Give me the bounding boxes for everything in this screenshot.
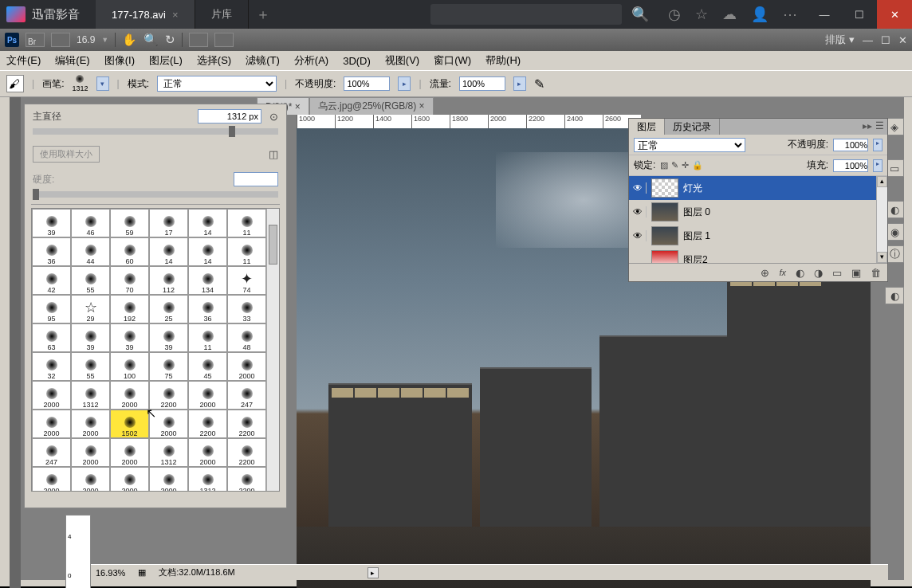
media-tab-1[interactable]: 177-178.avi × (96, 0, 195, 29)
screen-mode-button[interactable] (51, 33, 70, 47)
add-tab-button[interactable]: ＋ (249, 5, 277, 24)
brush-cell[interactable]: 134 (188, 266, 227, 295)
minimize-button[interactable]: — (807, 0, 842, 29)
brush-cell[interactable]: 25 (149, 295, 188, 323)
menu-filter[interactable]: 滤镜(T) (246, 53, 280, 68)
brush-cell[interactable]: 48 (227, 323, 266, 352)
brush-cell[interactable]: 112 (149, 266, 188, 295)
brush-cell[interactable]: 39 (71, 323, 110, 352)
hand-tool-icon[interactable]: ✋ (122, 33, 137, 47)
zoom-tool-icon[interactable]: 🔍 (143, 33, 159, 47)
brush-cell[interactable]: 2200 (227, 410, 266, 438)
brush-cell[interactable]: 14 (188, 237, 227, 266)
group-icon[interactable]: ▭ (832, 267, 842, 279)
fill-input[interactable] (833, 159, 868, 172)
fill-arrow[interactable]: ▸ (873, 159, 883, 172)
brush-cell[interactable]: 11 (227, 209, 266, 237)
brush-cell[interactable]: 2000 (71, 438, 110, 467)
brush-cell[interactable]: 2000 (32, 467, 71, 492)
brush-cell[interactable]: 39 (110, 323, 149, 352)
brush-cell[interactable]: 2000 (227, 352, 266, 381)
layer-opacity-input[interactable] (833, 139, 868, 151)
use-sample-button[interactable]: 使用取样大小 (33, 146, 100, 163)
layer-item[interactable]: 图层2 (629, 248, 876, 264)
menu-image[interactable]: 图像(I) (104, 53, 135, 68)
brush-cell[interactable]: 39 (149, 323, 188, 352)
tool-preset-button[interactable]: 🖌 (6, 75, 24, 92)
search-input[interactable] (430, 4, 622, 25)
brush-cell[interactable]: 247 (32, 438, 71, 467)
brush-cell[interactable]: ✦74 (227, 266, 266, 295)
brush-cell[interactable]: 100 (110, 352, 149, 381)
brush-cell[interactable]: 95 (32, 295, 71, 323)
layer-item[interactable]: 👁 图层 1 (629, 224, 876, 248)
layer-scrollbar[interactable]: ▴▾ (876, 176, 887, 263)
user-icon[interactable]: 👤 (751, 6, 769, 23)
brush-cell[interactable]: 42 (32, 266, 71, 295)
trash-icon[interactable]: 🗑 (871, 267, 881, 279)
brush-cell[interactable]: 2200 (227, 438, 266, 467)
brush-cell[interactable]: 75 (149, 352, 188, 381)
flow-arrow[interactable]: ▸ (513, 76, 526, 91)
scroll-right-button[interactable]: ▸ (368, 567, 379, 578)
menu-select[interactable]: 选择(S) (197, 53, 231, 68)
airbrush-icon[interactable]: ✎ (534, 76, 544, 92)
opacity-input[interactable] (344, 76, 390, 91)
new-layer-icon[interactable]: ▣ (851, 267, 861, 279)
adjustment-icon[interactable]: ◑ (814, 267, 823, 279)
brush-cell[interactable]: 2000 (32, 410, 71, 438)
menu-help[interactable]: 帮助(H) (485, 53, 521, 68)
brush-cell[interactable]: 32 (32, 352, 71, 381)
menu-analysis[interactable]: 分析(A) (294, 53, 328, 68)
ps-maximize-button[interactable]: ☐ (881, 34, 890, 46)
brush-cell[interactable]: 2000 (188, 438, 227, 467)
brush-cell[interactable]: 1312 (188, 467, 227, 492)
brush-cell[interactable]: 1502 (110, 410, 149, 438)
brush-cell[interactable]: 11 (227, 237, 266, 266)
bridge-button[interactable]: Br (26, 33, 45, 47)
brush-cell[interactable]: 59 (110, 209, 149, 237)
menu-view[interactable]: 视图(V) (385, 53, 419, 68)
ps-close-button[interactable]: ✕ (898, 34, 907, 46)
brush-cell[interactable]: ☆29 (71, 295, 110, 323)
menu-edit[interactable]: 编辑(E) (55, 53, 89, 68)
brush-cell[interactable]: 2000 (188, 381, 227, 410)
visibility-icon[interactable]: 👁 (629, 230, 647, 241)
panel-menu-icon[interactable]: ☰ (875, 120, 884, 133)
play-icon[interactable]: ⊙ (269, 111, 278, 123)
brush-cell[interactable]: 14 (149, 237, 188, 266)
lock-all-icon[interactable]: 🔒 (692, 160, 703, 171)
doc-tab-2[interactable]: 乌云.jpg@25%(RGB/8) × (309, 97, 434, 115)
brush-cell[interactable]: 247 (227, 381, 266, 410)
layer-item[interactable]: 👁 图层 0 (629, 200, 876, 224)
brush-cell[interactable]: 46 (71, 209, 110, 237)
ps-minimize-button[interactable]: — (863, 34, 873, 46)
brush-cell[interactable]: 36 (188, 295, 227, 323)
brush-cell[interactable]: 2000 (32, 381, 71, 410)
hardness-input[interactable] (234, 172, 278, 186)
layer-item[interactable]: 👁 灯光 (629, 176, 876, 200)
close-icon[interactable]: × (172, 9, 179, 21)
layers-tab[interactable]: 图层 (629, 119, 665, 135)
brush-cell[interactable]: 2000 (71, 410, 110, 438)
brush-cell[interactable]: 1312 (149, 438, 188, 467)
close-window-button[interactable]: ✕ (877, 0, 912, 29)
brush-cell[interactable]: 44 (71, 237, 110, 266)
doc-info-icon[interactable]: ▦ (138, 567, 146, 578)
lock-transparent-icon[interactable]: ▨ (660, 160, 668, 171)
zoom-dropdown-icon[interactable]: ▼ (101, 36, 108, 44)
media-tab-2[interactable]: 片库 (195, 0, 249, 29)
star-icon[interactable]: ☆ (695, 6, 708, 23)
brush-cell[interactable]: 63 (32, 323, 71, 352)
workspace-label[interactable]: 排版 ▾ (825, 33, 855, 47)
brush-picker-dropdown[interactable]: ▾ (96, 76, 109, 91)
history-tab[interactable]: 历史记录 (665, 119, 720, 135)
layer-opacity-arrow[interactable]: ▸ (873, 139, 883, 151)
zoom-value[interactable]: 16.9 (77, 34, 95, 45)
visibility-icon[interactable]: 👁 (629, 206, 647, 218)
rotate-tool-icon[interactable]: ↻ (165, 33, 175, 47)
flow-input[interactable] (459, 76, 505, 91)
brush-cell[interactable]: 2200 (188, 410, 227, 438)
brush-cell[interactable]: 1312 (71, 381, 110, 410)
brush-cell[interactable]: 2000 (110, 381, 149, 410)
